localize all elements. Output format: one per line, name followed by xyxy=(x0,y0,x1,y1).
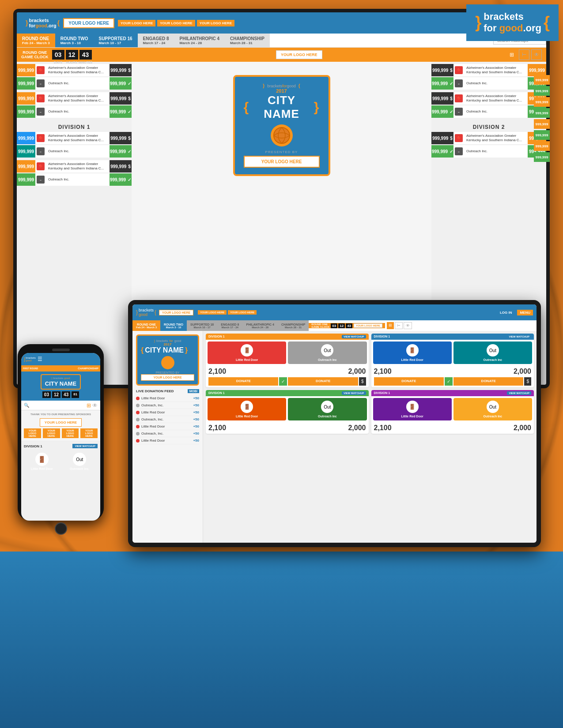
team-info-3b: Outreach Inc. xyxy=(46,149,110,154)
tablet-logo-mini[interactable]: YOUR LOGO HERE xyxy=(354,323,382,328)
tablet-header: } bracketsgood { YOUR LOGO HERE YOUR LOG… xyxy=(132,304,537,320)
nav-round-one[interactable]: ROUND ONE Feb 24 - March 3 xyxy=(17,34,55,47)
nav-philanthropic-4[interactable]: PHILANTHROPIC 4 March 24 - 28 xyxy=(174,34,225,47)
tablet-clock-minutes: 43 xyxy=(346,323,352,328)
tablet-bracket-view[interactable]: ⊢ xyxy=(395,322,403,329)
donate-check-2a[interactable]: ✓ xyxy=(445,377,453,386)
tablet-login[interactable]: LOG IN xyxy=(500,311,512,315)
sponsor-logos-row: YOUR LOGO HERE YOUR LOGO HERE YOUR LOGO … xyxy=(118,20,234,26)
header-logo-placeholder[interactable]: YOUR LOGO HERE xyxy=(63,18,114,28)
sponsor-logo-3[interactable]: YOUR LOGO HERE xyxy=(197,20,234,26)
tablet-menu[interactable]: MENU xyxy=(517,310,533,315)
feed-amount-3: +50 xyxy=(193,410,199,414)
phone-grid-icon[interactable]: ⊞ xyxy=(87,402,91,409)
matchup-item: 999,999 🔴 Alzheimer's Association Greate… xyxy=(17,64,132,76)
right-score-1a: 999,999$ xyxy=(431,64,453,76)
score-orange: 999,999 xyxy=(17,64,35,76)
view-matchup-btn-2[interactable]: VIEW MATCHUP xyxy=(507,335,531,338)
score-3b: 999,999 xyxy=(17,145,35,158)
donate-dollar-1b[interactable]: $ xyxy=(359,377,366,386)
matchup-card-2: DIVISION 1 VIEW MATCHUP 🚪 Little Red Doo… xyxy=(371,334,534,387)
nav-round-two[interactable]: ROUND TWO March 3 - 10 xyxy=(55,34,94,47)
phone-main-logo[interactable]: YOUR LOGO HERE xyxy=(40,418,82,427)
view-matchup-btn-4[interactable]: VIEW MATCHUP xyxy=(507,391,531,395)
phone-nav-championship[interactable]: CHAMPIONSHIP xyxy=(78,367,98,370)
team-score-3a: 999,999$ xyxy=(110,132,132,144)
tablet-nav-round-one[interactable]: ROUND ONE Feb 24 - March 3 xyxy=(132,320,160,331)
tablet-grid-view[interactable]: ⊞ xyxy=(387,322,394,329)
feed-name-7: Little Red Door xyxy=(141,439,191,443)
tablet-sponsor-1[interactable]: YOUR LOGO HERE xyxy=(198,310,227,315)
tablet-nav-round-two[interactable]: ROUND TWO March 3 - 10 xyxy=(160,320,187,331)
org-logo-4a: 🚪 xyxy=(406,401,419,413)
tablet-header-logo[interactable]: YOUR LOGO HERE xyxy=(159,310,193,315)
clock-banner-logo[interactable]: YOUR LOGO HERE xyxy=(276,50,322,59)
donate-btn-2a[interactable]: DONATE xyxy=(374,377,444,386)
right-matchup-item-3a: 999,999$ 🔴 Alzheimer's Association Great… xyxy=(431,132,546,144)
phone-sponsor-logo-2[interactable]: YOUR LOGO HERE xyxy=(43,428,60,438)
brace-right-icon: { xyxy=(544,13,550,32)
tablet-nav-supported[interactable]: SUPPORTED 16 March 10 - 17 xyxy=(187,320,217,331)
score-3a: 999,999 xyxy=(17,132,35,144)
phone-sponsor-logo-1[interactable]: YOUR LOGO HERE xyxy=(24,428,41,438)
phone-sponsor-logo-3[interactable]: YOUR LOGO HERE xyxy=(62,428,79,438)
grid-view-button[interactable]: ⊞ xyxy=(506,49,517,60)
donate-btn-1a[interactable]: DONATE xyxy=(208,377,278,386)
tablet-center-logo[interactable]: YOUR LOGO HERE xyxy=(141,374,194,381)
tablet-nav-engaged[interactable]: ENGAGED 8 March 17 - 24 xyxy=(217,320,242,331)
phone-device: } bracketsgood ☰ FIRST ROUND CHAMPIONSHI… xyxy=(18,344,104,521)
tablet-nav-championship[interactable]: CHAMPIONSHIP March 28 - 31 xyxy=(278,320,309,331)
org-logo-2b: Out xyxy=(487,344,499,356)
basketball-icon xyxy=(271,124,293,146)
sponsor-logo-1[interactable]: YOUR LOGO HERE xyxy=(118,20,155,26)
view-matchup-btn-1[interactable]: VIEW MATCHUP xyxy=(342,335,366,338)
right-info-3a: Alzheimer's Association Greater Kentucky… xyxy=(464,134,528,142)
phone-org-name-2: Outreach Inc. xyxy=(64,467,96,470)
team-score-2a: 999,999$ xyxy=(110,92,132,105)
nav-supported-16[interactable]: SUPPORTED 16 March 10 - 17 xyxy=(93,34,137,47)
center-logo-placeholder[interactable]: YOUR LOGO HERE xyxy=(244,156,320,168)
tablet-sponsor-2[interactable]: YOUR LOGO HERE xyxy=(228,310,257,315)
org-logo-1a: 🚪 xyxy=(241,344,253,356)
tablet-clock-hours: 12 xyxy=(338,323,345,328)
org-logo-4b: Out xyxy=(487,401,499,413)
nav-championship[interactable]: CHAMPIONSHIP March 28 - 31 xyxy=(225,34,270,47)
score-num-4a: 2,100 xyxy=(374,424,392,432)
phone-nav-first-round[interactable]: FIRST ROUND xyxy=(23,367,38,370)
live-feed-header: LIVE DONATION FEED MOBI xyxy=(136,389,199,393)
right-matchup-1: 999,999$ 🔴 Alzheimer's Association Great… xyxy=(431,64,546,90)
hamburger-icon[interactable]: ☰ xyxy=(38,356,42,362)
clock-display: 03 DAYS 12 HOURS 43 MINUTES xyxy=(52,50,92,60)
bracket-view-button[interactable]: ⊢ xyxy=(519,49,529,60)
right-matchup-item-1b: 999,999✓ – Outreach Inc. 999,999 xyxy=(431,77,546,90)
tablet-left-panel: }bracketsforgood 2017 { CITY NAME } PRES… xyxy=(132,331,203,543)
phone-sponsor-logo-4[interactable]: YOUR LOGO HERE xyxy=(80,428,98,438)
phone-view-matchup-btn[interactable]: VIEW MATCHUP xyxy=(72,444,98,448)
tablet-eye-view[interactable]: 👁 xyxy=(404,322,412,329)
org-name-2b: Outreach Inc xyxy=(483,358,502,361)
donate-btn-2b[interactable]: DONATE xyxy=(453,377,523,386)
view-matchup-btn-3[interactable]: VIEW MATCHUP xyxy=(342,391,366,395)
tablet-right-panel: DIVISION 1 VIEW MATCHUP 🚪 Little Red Doo… xyxy=(203,331,537,543)
edge-score-6: 999,999 xyxy=(534,130,546,140)
phone-org-name-1: Little Red Door xyxy=(26,467,58,470)
phone-home-button[interactable] xyxy=(55,522,67,535)
phone-org-2: Out Outreach Inc. xyxy=(62,450,98,473)
phone-screen: } bracketsgood ☰ FIRST ROUND CHAMPIONSHI… xyxy=(21,353,100,521)
edge-score-7: 999,999 xyxy=(534,141,546,151)
team-score-4b: 999,999✓ xyxy=(110,173,132,186)
eye-view-button[interactable]: 👁 xyxy=(531,49,542,60)
phone-eye-icon[interactable]: 👁 xyxy=(92,402,98,409)
donate-btn-1b[interactable]: DONATE xyxy=(288,377,358,386)
sponsor-logo-2[interactable]: YOUR LOGO HERE xyxy=(157,20,195,26)
team-logo: 🔴 xyxy=(37,66,45,74)
org-cards-3: 🚪 Little Red Door Out Outreach Inc xyxy=(206,396,369,422)
header-logo-row: } bracketsforgood.org { YOUR LOGO HERE Y… xyxy=(21,18,239,28)
tablet-nav-philanthropic[interactable]: PHILANTHROPIC 4 March 24 - 28 xyxy=(243,320,278,331)
division-2-label: DIVISION 2 xyxy=(431,120,546,132)
matchup-group-3: 999,999 🔴 Alzheimer's Association Greate… xyxy=(17,132,132,158)
donate-check-1a[interactable]: ✓ xyxy=(279,377,287,386)
donate-dollar-2b[interactable]: $ xyxy=(524,377,531,386)
team-score-4a: 999,999$ xyxy=(110,160,132,173)
nav-engaged-8[interactable]: ENGAGED 8 March 17 - 24 xyxy=(138,34,174,47)
